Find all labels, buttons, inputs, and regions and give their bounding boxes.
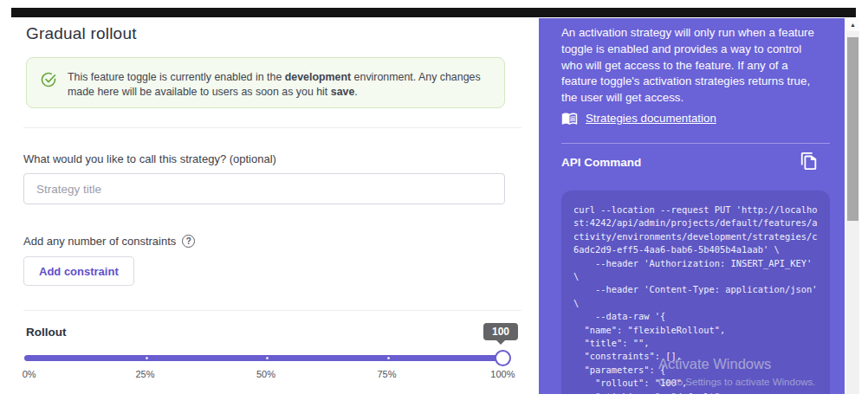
section-divider [23, 127, 521, 128]
tick-label-50: 50% [256, 369, 275, 379]
add-constraint-button[interactable]: Add constraint [23, 256, 134, 286]
check-circle-icon [41, 72, 56, 91]
alert-text: This feature toggle is currently enabled… [68, 70, 489, 100]
tick-label-100: 100% [490, 369, 515, 379]
slider-mark-25 [146, 357, 148, 359]
rollout-slider-thumb[interactable] [495, 350, 511, 366]
rollout-slider [24, 348, 508, 369]
copy-icon [800, 152, 819, 171]
constraints-label-row: Add any number of constraints ? [23, 235, 195, 248]
section-divider [23, 310, 521, 311]
alert-text-pre: This feature toggle is currently enabled… [68, 71, 285, 83]
slider-mark-75 [387, 357, 390, 359]
rollout-value-tooltip: 100 [483, 323, 518, 340]
constraints-label: Add any number of constraints [23, 235, 176, 248]
api-command-code-block: curl --location --request PUT 'http://lo… [561, 191, 830, 394]
sidebar-description: An activation strategy will only run whe… [561, 25, 823, 107]
tick-label-25: 25% [135, 369, 154, 379]
scrollbar-up-icon[interactable]: ▲ [846, 18, 859, 31]
page-title: Gradual rollout [26, 24, 137, 43]
strategy-title-label: What would you like to call this strateg… [23, 152, 276, 165]
copy-command-button[interactable] [798, 151, 820, 173]
tick-label-75: 75% [377, 369, 396, 379]
top-title-bar [11, 8, 856, 17]
help-icon[interactable]: ? [182, 235, 195, 248]
rollout-slider-track[interactable] [24, 355, 508, 361]
environment-enabled-alert: This feature toggle is currently enabled… [26, 57, 505, 108]
screen: Gradual rollout This feature toggle is c… [0, 0, 868, 407]
alert-text-post: . [354, 86, 357, 98]
alert-bold-environment: development [285, 71, 351, 83]
strategy-help-sidebar: An activation strategy will only run whe… [539, 18, 845, 394]
scrollbar-thumb[interactable] [847, 37, 858, 221]
alert-bold-save: save [331, 86, 355, 98]
strategies-documentation-link[interactable]: Strategies documentation [561, 110, 716, 126]
tick-label-0: 0% [23, 369, 36, 379]
slider-mark-50 [266, 357, 269, 359]
strategy-title-input[interactable] [23, 173, 505, 204]
rollout-tick-labels: 0% 25% 50% 75% 100% [24, 369, 508, 381]
sidebar-scrollbar[interactable]: ▲ [846, 18, 859, 394]
api-command-title: API Command [561, 156, 641, 169]
api-command-code: curl --location --request PUT 'http://lo… [573, 204, 819, 394]
doc-link-label: Strategies documentation [586, 112, 716, 125]
rollout-label: Rollout [26, 326, 67, 339]
book-icon [561, 110, 578, 126]
sidebar-divider [561, 143, 830, 144]
